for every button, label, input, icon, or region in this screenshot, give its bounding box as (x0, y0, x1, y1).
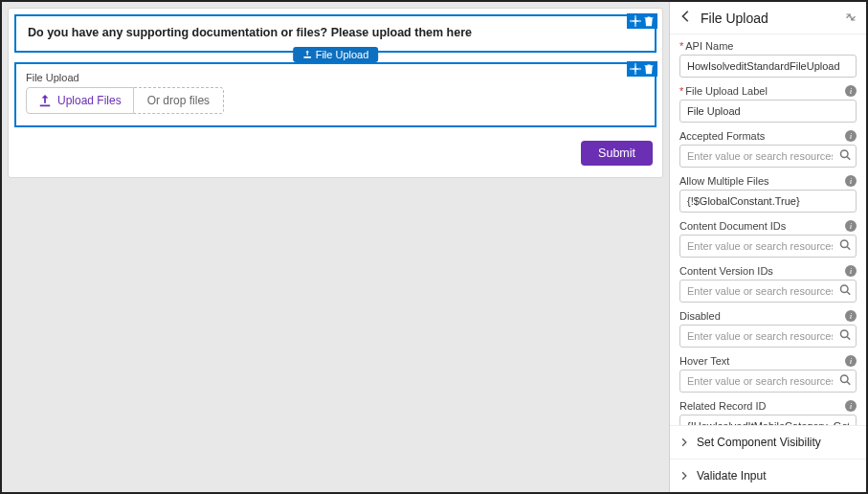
content-version-ids-input[interactable] (679, 280, 857, 303)
panel-header: File Upload (670, 2, 866, 34)
section-set-component-visibility[interactable]: Set Component Visibility (670, 425, 866, 459)
field-disabled: Disabledi (679, 310, 857, 348)
file-upload-label-input[interactable] (679, 100, 857, 123)
chevron-right-icon (679, 438, 689, 447)
properties-panel: File Upload *API Name *File Upload Label… (669, 2, 866, 492)
field-related-record-id: Related Record IDi (679, 400, 857, 425)
field-content-version-ids: Content Version IDsi (679, 265, 857, 303)
hover-text-input[interactable] (679, 370, 857, 393)
field-label: Content Version IDs (679, 265, 773, 277)
component-actions (627, 13, 657, 29)
upload-icon (38, 94, 52, 107)
display-text-component[interactable]: Do you have any supporting documentation… (14, 14, 657, 53)
field-label: Disabled (679, 310, 721, 322)
move-icon[interactable] (630, 15, 641, 27)
drop-zone-label: Or drop files (147, 94, 210, 107)
file-upload-box: File Upload Upload Files Or drop files (14, 62, 657, 127)
field-hover-text: Hover Texti (679, 355, 857, 393)
move-icon[interactable] (630, 63, 641, 75)
api-name-input[interactable] (679, 55, 857, 78)
panel-body: *API Name *File Upload Labeli Accepted F… (670, 34, 866, 425)
disabled-input[interactable] (679, 325, 857, 348)
search-icon[interactable] (839, 149, 851, 164)
field-label: API Name (685, 40, 733, 52)
section-label: Set Component Visibility (697, 436, 821, 449)
svg-point-3 (841, 330, 849, 338)
info-icon[interactable]: i (845, 130, 857, 142)
info-icon[interactable]: i (845, 265, 857, 277)
field-label: File Upload Label (685, 85, 768, 97)
related-record-id-input[interactable] (679, 415, 857, 425)
field-label: Content Document IDs (679, 220, 786, 232)
upload-row: Upload Files Or drop files (26, 87, 645, 114)
section-label: Validate Input (697, 469, 767, 483)
svg-point-2 (841, 285, 849, 293)
svg-point-0 (841, 150, 849, 158)
expand-icon[interactable] (845, 11, 857, 26)
info-icon[interactable]: i (845, 175, 857, 187)
screen-canvas: Do you have any supporting documentation… (2, 2, 669, 492)
component-actions (627, 61, 657, 77)
field-label: Accepted Formats (679, 130, 765, 142)
file-upload-label: File Upload (26, 72, 645, 83)
upload-button-label: Upload Files (57, 94, 122, 107)
info-icon[interactable]: i (845, 310, 857, 322)
field-label: Allow Multiple Files (679, 175, 769, 187)
footer-row: Submit (14, 131, 657, 166)
field-content-document-ids: Content Document IDsi (679, 220, 857, 258)
component-type-chip: File Upload (293, 47, 379, 62)
chevron-right-icon (679, 471, 689, 481)
field-api-name: *API Name (679, 40, 857, 78)
upload-files-button[interactable]: Upload Files (26, 87, 134, 114)
info-icon[interactable]: i (845, 85, 857, 97)
info-icon[interactable]: i (845, 220, 857, 232)
field-accepted-formats: Accepted Formatsi (679, 130, 857, 168)
file-upload-component[interactable]: File Upload Upload Files Or drop files (14, 62, 657, 127)
delete-icon[interactable] (643, 15, 655, 27)
field-label: Hover Text (679, 355, 729, 367)
search-icon[interactable] (839, 329, 851, 344)
allow-multiple-input[interactable] (679, 190, 857, 213)
svg-point-1 (841, 240, 849, 248)
drop-zone[interactable]: Or drop files (134, 87, 224, 114)
info-icon[interactable]: i (845, 355, 857, 367)
info-icon[interactable]: i (845, 400, 857, 412)
search-icon[interactable] (839, 374, 851, 389)
back-icon[interactable] (679, 10, 693, 26)
panel-title: File Upload (701, 11, 768, 26)
field-file-upload-label: *File Upload Labeli (679, 85, 857, 123)
screen-container: Do you have any supporting documentation… (8, 8, 663, 178)
accepted-formats-input[interactable] (679, 145, 857, 168)
field-allow-multiple: Allow Multiple Filesi (679, 175, 857, 213)
component-type-label: File Upload (316, 49, 369, 60)
content-document-ids-input[interactable] (679, 235, 857, 258)
delete-icon[interactable] (643, 63, 655, 75)
submit-button[interactable]: Submit (581, 141, 653, 166)
svg-point-4 (841, 375, 849, 383)
search-icon[interactable] (839, 239, 851, 254)
field-label: Related Record ID (679, 400, 767, 412)
submit-label: Submit (598, 146, 635, 160)
search-icon[interactable] (839, 284, 851, 299)
display-text-content: Do you have any supporting documentation… (28, 26, 643, 39)
section-validate-input[interactable]: Validate Input (670, 459, 866, 492)
